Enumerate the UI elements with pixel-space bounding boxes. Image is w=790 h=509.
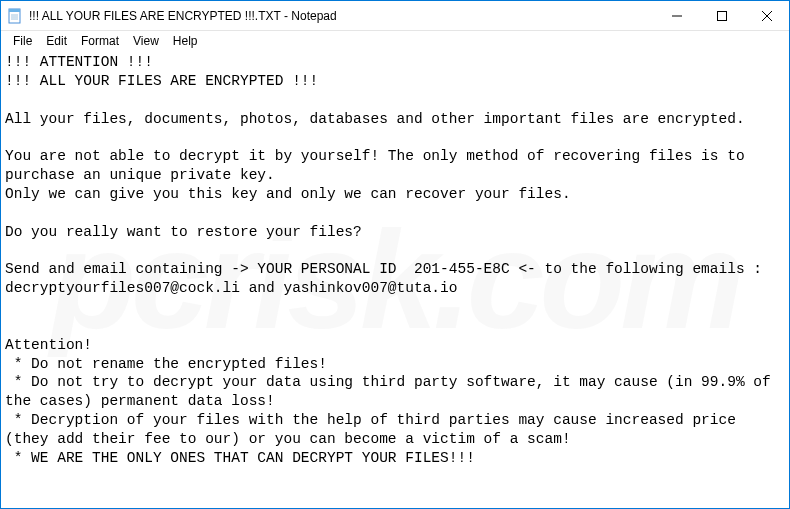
notepad-icon — [7, 8, 23, 24]
menubar: File Edit Format View Help — [1, 31, 789, 51]
window-title: !!! ALL YOUR FILES ARE ENCRYPTED !!!.TXT… — [29, 9, 337, 23]
content-wrapper: pcrisk.com !!! ATTENTION !!! !!! ALL YOU… — [1, 51, 789, 508]
maximize-button[interactable] — [699, 1, 744, 30]
close-button[interactable] — [744, 1, 789, 30]
svg-rect-1 — [9, 9, 20, 12]
menu-file[interactable]: File — [7, 33, 38, 49]
menu-help[interactable]: Help — [167, 33, 204, 49]
text-area[interactable]: !!! ATTENTION !!! !!! ALL YOUR FILES ARE… — [1, 51, 789, 508]
titlebar-left: !!! ALL YOUR FILES ARE ENCRYPTED !!!.TXT… — [7, 8, 337, 24]
menu-view[interactable]: View — [127, 33, 165, 49]
window-controls — [654, 1, 789, 30]
menu-edit[interactable]: Edit — [40, 33, 73, 49]
titlebar: !!! ALL YOUR FILES ARE ENCRYPTED !!!.TXT… — [1, 1, 789, 31]
menu-format[interactable]: Format — [75, 33, 125, 49]
minimize-button[interactable] — [654, 1, 699, 30]
svg-rect-6 — [717, 11, 726, 20]
